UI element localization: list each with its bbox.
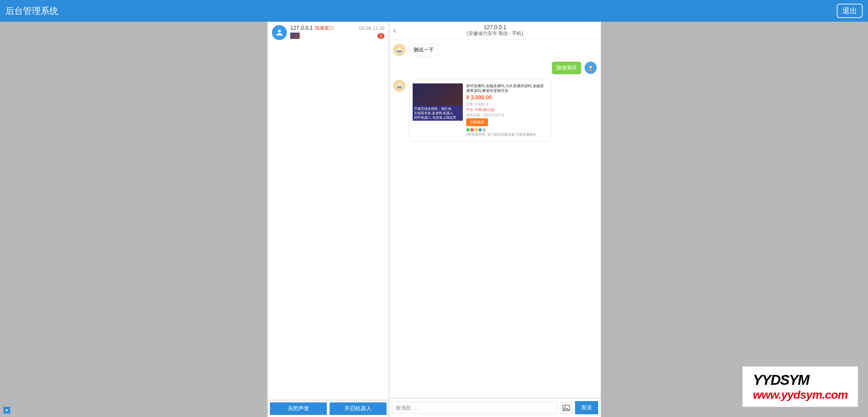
product-stats: 已售: 0 浏览: 0	[466, 102, 548, 107]
user-avatar-icon	[272, 25, 287, 40]
watermark: YYDSYM www.yydsym.com	[743, 366, 858, 407]
play-icon[interactable]	[3, 407, 10, 414]
message-incoming-product: 开源无域名授权，发红包 支持高并发,多房间,机器人 封IP,机器人,包安装上线运…	[393, 80, 597, 141]
start-bot-button[interactable]: 开启机器人	[330, 402, 387, 415]
product-price: ¥ 3,000.00	[466, 95, 548, 101]
logout-button[interactable]: 退出	[837, 4, 863, 18]
send-button[interactable]: 发送	[575, 401, 598, 414]
chat-input-bar: 发送	[389, 398, 601, 417]
product-tags: 平台: 不限 [独立版]	[466, 107, 548, 112]
message-input[interactable]	[392, 402, 557, 414]
hide-window-link[interactable]: 隐藏窗口	[315, 25, 334, 31]
product-card[interactable]: 开源无域名授权，发红包 支持高并发,多房间,机器人 封IP,机器人,包安装上线运…	[409, 80, 551, 141]
message-incoming: 测试一下	[393, 44, 597, 56]
app-title: 后台管理系统	[5, 5, 58, 17]
svg-point-3	[398, 83, 400, 86]
chat-panel: ‹ 127.0.0.1 (安徽省六安市 电信 - 手机) 测试一下 随便测试	[389, 22, 601, 417]
share-icons	[466, 128, 486, 132]
watermark-url: www.yydsym.com	[753, 388, 848, 401]
chat-header-location: (安徽省六安市 电信 - 手机)	[389, 31, 601, 37]
customer-avatar-icon	[393, 80, 406, 92]
svg-point-0	[398, 47, 400, 50]
message-text: 测试一下	[409, 44, 438, 56]
product-footer-text: ●本资源享受, 包门槛活动最高减, 快捷客服服务	[466, 132, 548, 137]
agent-avatar-icon	[585, 62, 597, 74]
product-image: 开源无域名授权，发红包 支持高并发,多房间,机器人 封IP,机器人,包安装上线运…	[413, 83, 463, 121]
contact-name: 127.0.0.1	[290, 25, 313, 31]
message-outgoing: 随便测试	[393, 62, 597, 74]
buy-now-button[interactable]: 立即购买	[466, 118, 488, 126]
product-date: 发布日期：2022-11-07 ©	[466, 113, 548, 118]
watermark-brand: YYDSYM	[753, 372, 848, 388]
app-header: 后台管理系统 退出	[0, 0, 868, 22]
chat-header: ‹ 127.0.0.1 (安徽省六安市 电信 - 手机)	[389, 22, 601, 40]
back-icon[interactable]: ‹	[393, 26, 396, 35]
contact-timestamp: 03-06 11:28	[359, 25, 384, 31]
svg-rect-2	[589, 65, 592, 66]
contact-item[interactable]: 127.0.0.1 隐藏窗口 03-06 11:28 0	[268, 22, 389, 44]
image-upload-icon[interactable]	[560, 402, 572, 414]
chat-messages: 测试一下 随便测试 开源无域名授权，发红包 支持高并发,多房间,机器人	[389, 40, 601, 398]
product-title: 财经直播间,金融直播间,大区直播间源码,金融直播室源码,麻雀学堂财经直	[466, 83, 548, 93]
customer-avatar-icon	[393, 44, 406, 56]
svg-point-5	[565, 406, 566, 408]
message-thumbnail-icon	[290, 33, 300, 39]
chat-header-ip: 127.0.0.1	[389, 24, 601, 31]
contact-list-panel: 127.0.0.1 隐藏窗口 03-06 11:28 0 关闭声音 开启机器人	[267, 22, 389, 417]
unread-badge: 0	[377, 33, 384, 39]
close-sound-button[interactable]: 关闭声音	[270, 402, 327, 415]
message-text: 随便测试	[552, 62, 581, 74]
